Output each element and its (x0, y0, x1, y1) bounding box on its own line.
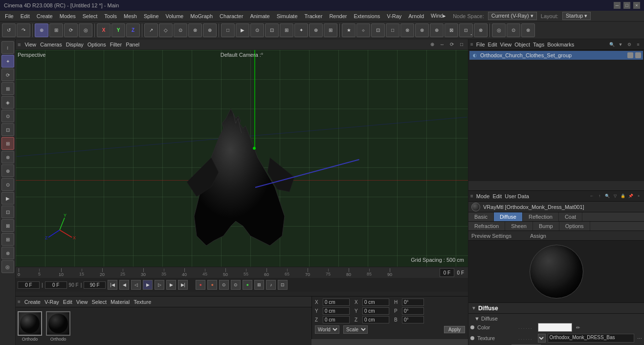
tb-btn-9[interactable]: ⊡ (265, 23, 279, 37)
mat-menu-material[interactable]: Material (111, 299, 130, 305)
tb-btn-10[interactable]: ⊞ (280, 23, 293, 37)
lt-btn-10[interactable]: ⊙ (1, 178, 14, 191)
attr-filter-icon[interactable]: ▽ (612, 193, 619, 200)
tb-btn-14[interactable]: ★ (342, 23, 355, 37)
menu-character[interactable]: Character (217, 12, 246, 20)
mat-menu-select[interactable]: Select (91, 299, 107, 305)
obj-vis-2[interactable] (635, 52, 641, 58)
obj-filter-icon[interactable]: ▼ (617, 41, 624, 48)
scale-tool-button[interactable]: ⊞ (49, 23, 63, 37)
rotate-tool-button[interactable]: ⟳ (64, 23, 78, 37)
menu-render[interactable]: Render (326, 12, 350, 20)
next-frame-button[interactable]: ▶ (166, 280, 176, 290)
menu-create[interactable]: Create (34, 12, 56, 20)
menu-volume[interactable]: Volume (163, 12, 187, 20)
mat-menu-texture[interactable]: Texture (133, 299, 151, 305)
color-swatch[interactable] (538, 323, 572, 332)
attr-menu-mode[interactable]: Mode (476, 193, 490, 199)
vp-menu-display[interactable]: Display (66, 42, 84, 47)
diffuse-collapse-icon[interactable]: ▼ (471, 305, 476, 311)
lt-btn-16[interactable]: ◎ (1, 260, 14, 273)
lt-rotate-btn[interactable]: ⟳ (1, 69, 14, 81)
tb-btn-11[interactable]: ✦ (294, 23, 308, 37)
tb-btn-20[interactable]: ⊕ (430, 23, 444, 37)
close-button[interactable]: × (633, 2, 640, 9)
minimize-button[interactable]: ─ (614, 2, 621, 9)
record-btn-8[interactable]: ⊡ (278, 280, 288, 290)
lt-move-btn[interactable]: ✦ (1, 55, 14, 68)
attr-tab-basic[interactable]: Basic (468, 212, 494, 221)
vp-hamburger[interactable]: ≡ (18, 42, 21, 47)
menu-arnold[interactable]: Arnold (405, 12, 427, 20)
obj-menu-edit[interactable]: Edit (488, 42, 497, 47)
vp-icon-3[interactable]: ⟳ (447, 40, 456, 49)
tb-btn-26[interactable]: ⊗ (521, 23, 535, 37)
vp-menu-view[interactable]: View (24, 42, 36, 47)
coord-y2-pos[interactable] (362, 307, 389, 315)
tb-btn-5[interactable]: ⊕ (203, 23, 217, 37)
menu-nodespace-val[interactable]: Current (V-Ray) ▾ (488, 12, 537, 20)
menu-edit[interactable]: Edit (18, 12, 33, 20)
attr-tab-reflection[interactable]: Reflection (523, 212, 559, 221)
tb-btn-18[interactable]: ⊗ (400, 23, 414, 37)
tb-btn-1[interactable]: ↗ (144, 23, 158, 37)
obj-menu-file[interactable]: File (476, 42, 485, 47)
coord-y-pos[interactable] (323, 307, 350, 315)
menu-spline[interactable]: Spline (141, 12, 162, 20)
record-btn-6[interactable]: ⊞ (254, 280, 264, 290)
axis-y-button[interactable]: Y (111, 23, 125, 37)
menu-extensions[interactable]: Extensions (351, 12, 383, 20)
coord-p-val[interactable] (402, 307, 424, 315)
lt-btn-14[interactable]: ⊞ (1, 233, 14, 246)
coord-x-pos[interactable] (323, 299, 350, 306)
menu-tools[interactable]: Tools (101, 12, 120, 20)
select-button[interactable]: ◎ (79, 23, 92, 37)
axis-x-button[interactable]: X (97, 23, 111, 37)
tb-btn-23[interactable]: ⊗ (474, 23, 488, 37)
attr-add-icon[interactable]: + (635, 193, 642, 200)
play-button[interactable]: ▶ (143, 280, 153, 290)
attr-tab-bump[interactable]: Bump (533, 222, 559, 230)
go-start-button[interactable]: |◀ (108, 280, 117, 290)
lt-select-btn[interactable]: ↕ (1, 41, 14, 54)
go-end-button[interactable]: ▶| (178, 280, 188, 290)
attr-tab-sheen[interactable]: Sheen (505, 222, 533, 230)
prev-frame-button[interactable]: ◀ (119, 280, 129, 290)
vp-menu-cameras[interactable]: Cameras (40, 42, 62, 47)
lt-btn-15[interactable]: ⊗ (1, 247, 14, 259)
attr-hamburger[interactable]: ≡ (470, 193, 473, 199)
vp-menu-options[interactable]: Options (88, 42, 106, 47)
attr-tab-refraction[interactable]: Refraction (468, 222, 505, 230)
tb-btn-7[interactable]: ▶ (236, 23, 249, 37)
menu-layout-val[interactable]: Startup ▾ (562, 12, 591, 20)
viewport-canvas[interactable]: X Y Z Perspective Default Camera :° Grid… (16, 50, 468, 267)
color-radio[interactable] (470, 325, 474, 329)
redo-button[interactable]: ↷ (17, 23, 30, 37)
tb-btn-4[interactable]: ⊗ (188, 23, 202, 37)
obj-search-icon[interactable]: 🔍 (608, 41, 616, 48)
vp-menu-filter[interactable]: Filter (110, 42, 122, 47)
coord-scale-dropdown[interactable]: Scale (343, 325, 368, 334)
mat-menu-view[interactable]: View (76, 299, 88, 305)
lt-btn-7[interactable]: ⊞ (1, 137, 14, 150)
attr-tab-diffuse[interactable]: Diffuse (494, 212, 523, 221)
tb-btn-16[interactable]: ⊡ (371, 23, 385, 37)
coord-space-dropdown[interactable]: WorldLocal (315, 325, 339, 334)
menu-tracker[interactable]: Tracker (302, 12, 326, 20)
record-btn-3[interactable]: ⊙ (219, 280, 229, 290)
vp-icon-2[interactable]: ↔ (438, 40, 446, 49)
obj-vis-1[interactable] (627, 52, 633, 58)
tb-btn-2[interactable]: ◇ (159, 23, 173, 37)
obj-extra-icon[interactable]: ≡ (634, 41, 642, 48)
attr-tab-coat[interactable]: Coat (559, 212, 582, 221)
attr-tab-options[interactable]: Options (559, 222, 590, 230)
texture-dropdown[interactable] (538, 334, 546, 343)
tb-btn-24[interactable]: ◎ (492, 23, 506, 37)
coord-x2-pos[interactable] (362, 299, 389, 306)
attr-back-icon[interactable]: ← (588, 193, 595, 200)
coord-apply-button[interactable]: Apply (444, 326, 465, 333)
preview-settings-label[interactable]: Preview Settings (471, 233, 511, 239)
frame-input-right[interactable] (440, 268, 454, 277)
start-frame-field[interactable] (18, 281, 40, 289)
obj-menu-bookmarks[interactable]: Bookmarks (547, 42, 574, 47)
